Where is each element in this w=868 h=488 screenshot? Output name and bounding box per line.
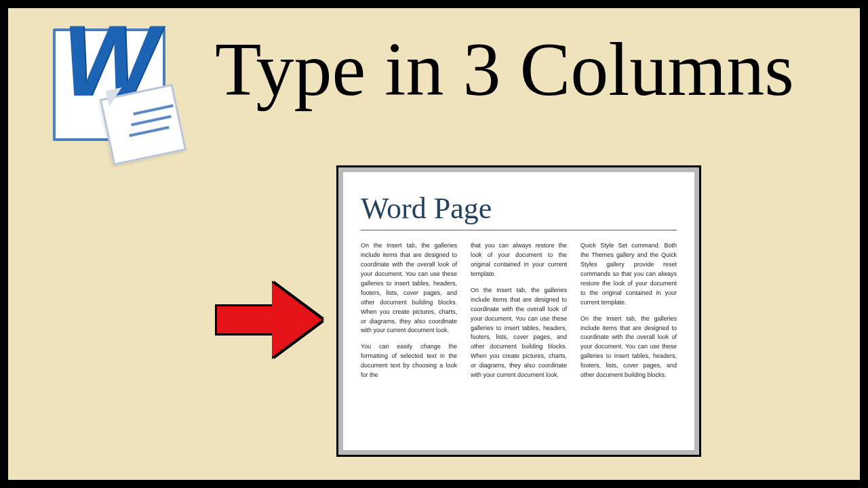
paragraph: On the Insert tab, the galleries include…	[471, 286, 567, 380]
paragraph: that you can always restore the look of …	[471, 241, 567, 279]
arrow-icon	[215, 283, 323, 357]
arrow-shaft	[215, 304, 272, 336]
column-2: that you can always restore the look of …	[471, 241, 567, 387]
paragraph: On the Insert tab, the galleries include…	[580, 314, 677, 381]
word-icon: W	[41, 24, 176, 160]
document-heading: Word Page	[361, 191, 677, 230]
column-3: Quick Style Set command. Both the Themes…	[580, 241, 677, 387]
paragraph: Quick Style Set command. Both the Themes…	[580, 241, 677, 308]
arrow-head	[272, 283, 322, 357]
paragraph: You can easily change the formatting of …	[361, 342, 457, 380]
column-1: On the Insert tab, the galleries include…	[361, 241, 457, 387]
word-icon-fold	[106, 87, 125, 106]
paragraph: On the Insert tab, the galleries include…	[361, 241, 457, 336]
page-title: Type in 3 Columns	[215, 26, 794, 113]
document-page: Word Page On the Insert tab, the galleri…	[343, 172, 694, 450]
document-frame: Word Page On the Insert tab, the galleri…	[336, 165, 701, 457]
document-columns: On the Insert tab, the galleries include…	[361, 241, 677, 387]
